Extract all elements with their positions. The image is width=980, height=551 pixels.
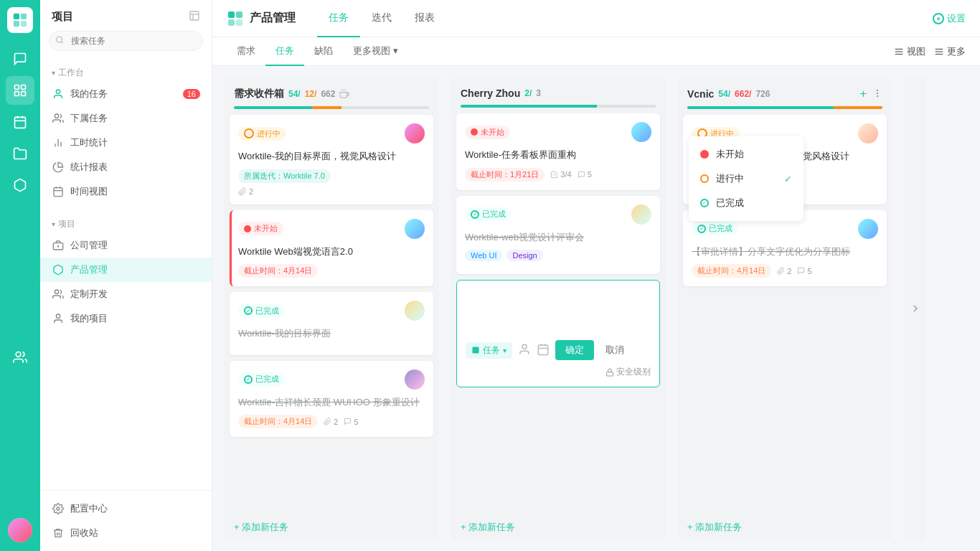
svg-rect-3 xyxy=(21,21,27,27)
icon-bar xyxy=(0,0,40,551)
subnav-bugs[interactable]: 缺陷 xyxy=(304,37,343,66)
nav-box-icon[interactable] xyxy=(6,171,34,199)
status-badge-v2[interactable]: ✓ 已完成 xyxy=(692,222,738,235)
column-inbox-footer[interactable]: + 添加新任务 xyxy=(224,515,439,540)
dropdown-label-notstart: 未开始 xyxy=(716,148,744,161)
svg-point-12 xyxy=(16,352,21,357)
workspace-section-header[interactable]: ▾ 工作台 xyxy=(40,64,212,82)
cancel-button[interactable]: 取消 xyxy=(600,340,630,360)
svg-point-56 xyxy=(877,95,877,96)
subnav-requirements[interactable]: 需求 xyxy=(227,37,265,66)
new-task-input[interactable] xyxy=(466,289,651,332)
status-badge-c4[interactable]: ✓ 已完成 xyxy=(238,372,285,386)
sidebar-item-company-mgmt[interactable]: 公司管理 xyxy=(40,233,212,258)
status-badge-c1[interactable]: 进行中 xyxy=(238,127,286,141)
status-text-ch1: 未开始 xyxy=(481,127,504,138)
subtask-count-ch1: 3/4 xyxy=(560,170,571,179)
nav-project-icon[interactable] xyxy=(6,76,34,105)
view-button[interactable]: 视图 xyxy=(894,45,925,58)
config-label: 配置中心 xyxy=(70,502,200,515)
subnav-tasks[interactable]: 任务 xyxy=(265,37,304,66)
my-project-label: 我的项目 xyxy=(70,312,200,325)
sidebar-header-icon[interactable] xyxy=(189,10,200,24)
sidebar-item-product-mgmt[interactable]: 产品管理 xyxy=(40,258,212,282)
column-cherry-footer[interactable]: + 添加新任务 xyxy=(451,515,666,540)
stat-report-icon xyxy=(52,161,65,174)
dropdown-dot-done: ✓ xyxy=(700,199,709,207)
svg-rect-8 xyxy=(15,117,26,128)
user-avatar[interactable] xyxy=(8,518,32,542)
dropdown-item-done[interactable]: ✓ 已完成 xyxy=(689,191,804,215)
card-v2: ✓ 已完成 【审批详情】分享文字优化为分享图标 截止时间：4月14日 2 xyxy=(683,210,887,287)
nav-folder-icon[interactable] xyxy=(6,139,34,168)
project-section-header[interactable]: ▾ 项目 xyxy=(40,215,212,233)
tag-design[interactable]: Design xyxy=(507,250,542,261)
progress-seg-1 xyxy=(234,106,312,109)
custom-dev-label: 定制开发 xyxy=(70,288,200,301)
sidebar-item-trash[interactable]: 回收站 xyxy=(40,521,212,545)
confirm-button[interactable]: 确定 xyxy=(555,340,594,360)
status-badge-c2[interactable]: 未开始 xyxy=(238,222,283,235)
status-badge-ch2[interactable]: ✓ 已完成 xyxy=(465,207,512,221)
nav-chat-icon[interactable] xyxy=(6,44,34,73)
cherry-count1: 2/ xyxy=(524,88,532,98)
svg-rect-5 xyxy=(22,85,26,90)
tag-c1-iteration[interactable]: 所属迭代：Worktile 7.0 xyxy=(238,169,331,183)
vcnic-add-btn[interactable]: + xyxy=(860,88,867,100)
project-title: 产品管理 xyxy=(250,11,296,26)
svg-rect-53 xyxy=(607,372,613,376)
column-vcnic-footer[interactable]: + 添加新任务 xyxy=(677,515,892,540)
sidebar-item-custom-dev[interactable]: 定制开发 xyxy=(40,282,212,306)
security-button[interactable]: 安全级别 xyxy=(606,366,651,378)
card-ch2-header: ✓ 已完成 xyxy=(465,204,651,225)
add-task-cherry[interactable]: + 添加新任务 xyxy=(461,522,515,532)
subnav-more-views[interactable]: 更多视图 ▾ xyxy=(343,37,408,66)
sidebar-search[interactable] xyxy=(49,31,203,51)
sidebar-item-my-project[interactable]: 我的项目 xyxy=(40,306,212,331)
header-right: 设置 xyxy=(933,12,966,25)
sidebar-item-config[interactable]: 配置中心 xyxy=(40,496,212,521)
check-mark-inprogress: ✓ xyxy=(784,174,792,184)
app-logo[interactable] xyxy=(7,7,33,33)
assign-icon[interactable] xyxy=(518,343,531,358)
add-task-vcnic[interactable]: + 添加新任务 xyxy=(687,522,742,532)
search-input[interactable] xyxy=(49,31,203,51)
sidebar-item-stat-report[interactable]: 统计报表 xyxy=(40,155,212,179)
vcnic-more-btn[interactable] xyxy=(872,88,882,100)
column-inbox-body: 进行中 Worktile-我的目标界面，视觉风格设计 所属迭代：Worktile… xyxy=(224,115,439,515)
nav-calendar-icon[interactable] xyxy=(6,108,34,136)
svg-point-18 xyxy=(56,90,60,93)
status-badge-c3[interactable]: ✓ 已完成 xyxy=(238,304,285,318)
dropdown-item-notstart[interactable]: 未开始 xyxy=(689,142,804,166)
card-title-v2: 【审批详情】分享文字优化为分享图标 xyxy=(692,245,878,259)
sidebar-item-time-stats[interactable]: 工时统计 xyxy=(40,131,212,155)
date-icon[interactable] xyxy=(537,343,550,358)
sidebar-item-timeline[interactable]: 时间视图 xyxy=(40,179,212,204)
company-mgmt-label: 公司管理 xyxy=(70,239,200,252)
add-task-inbox[interactable]: + 添加新任务 xyxy=(234,522,288,532)
attach-count-c4: 2 xyxy=(334,418,338,426)
sidebar-item-my-tasks[interactable]: 我的任务 16 xyxy=(40,82,212,106)
more-button[interactable]: 更多 xyxy=(934,45,966,58)
board-more-button[interactable] xyxy=(904,77,927,540)
status-badge-ch1[interactable]: 未开始 xyxy=(465,126,510,139)
tag-webui[interactable]: Web UI xyxy=(465,250,502,261)
sub-tasks-label: 下属任务 xyxy=(70,112,200,125)
sidebar-item-sub-tasks[interactable]: 下属任务 xyxy=(40,106,212,131)
svg-rect-13 xyxy=(190,11,199,20)
done-icon-c4: ✓ xyxy=(244,375,253,384)
settings-button[interactable]: 设置 xyxy=(933,12,966,25)
dropdown-label-done: 已完成 xyxy=(716,197,744,209)
tab-tasks[interactable]: 任务 xyxy=(317,0,360,37)
dropdown-item-inprogress[interactable]: 进行中 ✓ xyxy=(689,166,804,191)
tab-iteration[interactable]: 迭代 xyxy=(360,0,403,37)
config-icon xyxy=(52,502,65,515)
more-label: 更多 xyxy=(947,45,966,58)
nav-user-icon[interactable] xyxy=(6,343,34,372)
card-title-c2: Worktile Web端视觉语言2.0 xyxy=(238,245,425,259)
tab-report[interactable]: 报表 xyxy=(403,0,446,37)
task-type-select[interactable]: 任务 ▾ xyxy=(466,342,512,359)
settings-icon xyxy=(933,13,944,24)
svg-rect-34 xyxy=(236,11,242,18)
cherry-count2: 3 xyxy=(536,88,541,98)
